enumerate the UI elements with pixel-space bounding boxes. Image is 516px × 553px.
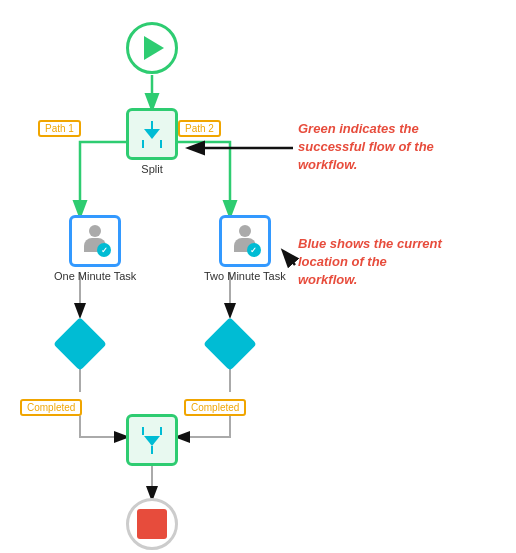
task2-node: ✓ Two Minute Task [204, 215, 286, 282]
diamond1 [53, 317, 107, 371]
end-node [126, 498, 178, 550]
split-node: Split [126, 108, 178, 175]
completed2-badge: Completed [184, 397, 246, 415]
task2-box: ✓ [219, 215, 271, 267]
start-circle [126, 22, 178, 74]
person2-icon: ✓ [229, 225, 261, 257]
end-circle [126, 498, 178, 550]
diamond1-node [54, 318, 106, 370]
task1-node: ✓ One Minute Task [54, 215, 136, 282]
person1-icon: ✓ [79, 225, 111, 257]
path1-label: Path 1 [38, 120, 81, 137]
completed1-badge: Completed [20, 397, 82, 415]
task1-box: ✓ [69, 215, 121, 267]
split-label: Split [141, 163, 162, 175]
diamond2 [203, 317, 257, 371]
join-node [126, 414, 178, 466]
end-square [137, 509, 167, 539]
check2-icon: ✓ [247, 243, 261, 257]
workflow-diagram: Split ✓ One Minute Task ✓ Two Minute Tas… [0, 0, 516, 553]
join-icon [142, 427, 162, 454]
green-annotation: Green indicates thesuccessful flow of th… [298, 120, 434, 175]
blue-annotation: Blue shows the currentlocation of thewor… [298, 235, 442, 290]
join-box [126, 414, 178, 466]
diamond2-wrap [204, 318, 256, 370]
start-node [126, 22, 178, 74]
diamond2-node [204, 318, 256, 370]
path2-label: Path 2 [178, 120, 221, 137]
diamond1-wrap [54, 318, 106, 370]
play-icon [144, 36, 164, 60]
task1-label: One Minute Task [54, 270, 136, 282]
split-box [126, 108, 178, 160]
task2-label: Two Minute Task [204, 270, 286, 282]
split-icon [142, 121, 162, 148]
check1-icon: ✓ [97, 243, 111, 257]
